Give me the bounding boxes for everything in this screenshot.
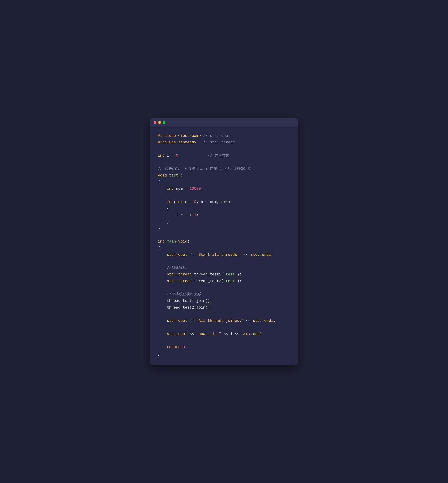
maximize-dot[interactable] — [163, 121, 165, 124]
line-return: return 0; — [158, 344, 290, 351]
line-cout1: std::cout << "Start all threads." << std… — [158, 252, 290, 258]
line-open2: { — [158, 205, 290, 212]
line-comment1: // 线程函数: 对共享变量 i 自增 1 执行 10000 次 — [158, 166, 290, 172]
line-void-test: void test() — [158, 172, 290, 179]
line-int-i: int i = 0; // 共享数据 — [158, 153, 290, 159]
line-comment3: //等待线程执行完成 — [158, 291, 290, 298]
minimize-dot[interactable] — [158, 121, 161, 124]
blank1 — [158, 146, 290, 153]
line-close1: } — [158, 225, 290, 232]
titlebar — [150, 118, 298, 127]
line-cout3: std::cout << "now i is " << i << std::en… — [158, 331, 290, 338]
line-close3: } — [158, 351, 290, 357]
blank4 — [158, 232, 290, 238]
line-include1: #include <iostream> // std::cout — [158, 133, 290, 139]
blank2 — [158, 159, 290, 166]
code-window: #include <iostream> // std::cout #includ… — [150, 118, 298, 365]
line-thread1: std::thread thread_test1( test ); — [158, 271, 290, 278]
close-dot[interactable] — [154, 121, 156, 124]
line-open3: { — [158, 245, 290, 252]
blank3 — [158, 192, 290, 199]
line-thread2: std::thread thread_test2( test ); — [158, 278, 290, 285]
blank5 — [158, 258, 290, 265]
line-for: for(int n = 0; n < num; n++) — [158, 199, 290, 205]
line-int-num: int num = 10000; — [158, 185, 290, 192]
line-cout2: std::cout << "All threads joined." << st… — [158, 318, 290, 324]
line-comment2: //创建线程 — [158, 265, 290, 272]
line-include2: #include <thread> // std::thread — [158, 139, 290, 146]
blank8 — [158, 324, 290, 331]
line-join1: thread_test1.join(); — [158, 298, 290, 305]
line-open1: { — [158, 179, 290, 185]
blank9 — [158, 337, 290, 344]
blank6 — [158, 285, 290, 291]
line-close2: } — [158, 218, 290, 225]
line-increment: i = i + 1; — [158, 212, 290, 219]
code-editor: #include <iostream> // std::cout #includ… — [150, 127, 298, 365]
line-join2: thread_test2.join(); — [158, 305, 290, 311]
line-int-main: int main(void) — [158, 238, 290, 245]
blank7 — [158, 311, 290, 318]
